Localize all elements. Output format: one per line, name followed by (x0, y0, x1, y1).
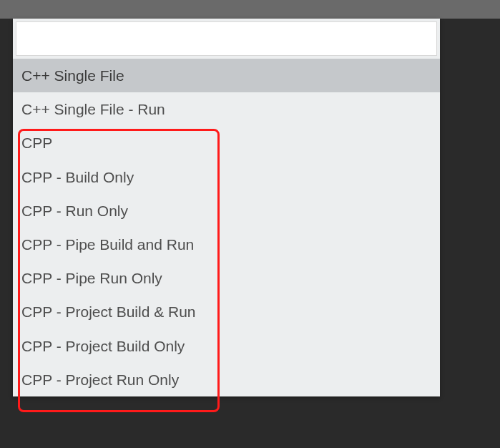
list-item[interactable]: CPP - Pipe Run Only (13, 261, 440, 295)
build-system-list: C++ Single FileC++ Single File - RunCPPC… (13, 59, 440, 396)
list-item[interactable]: CPP - Project Build & Run (13, 295, 440, 328)
list-item[interactable]: C++ Single File - Run (13, 92, 440, 126)
list-item[interactable]: C++ Single File (13, 59, 440, 92)
search-input-wrap (13, 19, 440, 59)
list-item[interactable]: CPP - Run Only (13, 194, 440, 228)
list-item[interactable]: CPP - Pipe Build and Run (13, 228, 440, 261)
list-item[interactable]: CPP - Project Build Only (13, 329, 440, 363)
list-item[interactable]: CPP - Build Only (13, 160, 440, 194)
list-item[interactable]: CPP - Project Run Only (13, 363, 440, 396)
search-input[interactable] (16, 21, 437, 56)
command-palette: C++ Single FileC++ Single File - RunCPPC… (13, 19, 440, 396)
window-titlebar (0, 0, 500, 19)
list-item[interactable]: CPP (13, 126, 440, 160)
